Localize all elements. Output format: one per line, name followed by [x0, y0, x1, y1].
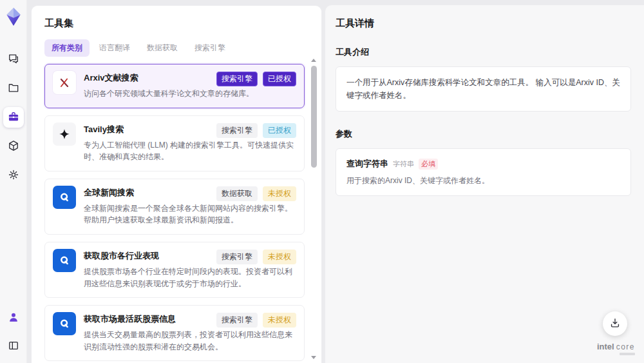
brand-sub-bar [620, 353, 635, 355]
tool-description: 全球新闻搜索是一个聚合全球各大新闻网站内容的搜索引擎。帮助用户快速获取全球最新资… [84, 202, 296, 226]
sidebar-nav [3, 49, 24, 186]
auth-status-badge: 已授权 [263, 72, 296, 86]
tool-card-1[interactable]: Arxiv文献搜索访问各个研究领域大量科学论文和文章的存储库。搜索引擎已授权 [44, 64, 305, 108]
list-scrollbar[interactable] [311, 57, 317, 360]
tool-badges: 搜索引擎已授权 [216, 123, 296, 138]
panel-toggle-icon [7, 339, 20, 354]
toolbox-icon [7, 110, 20, 125]
tab-category-3[interactable]: 数据获取 [140, 39, 185, 57]
auth-status-badge: 未授权 [263, 313, 296, 328]
tab-category-4[interactable]: 搜索引擎 [187, 39, 232, 57]
auth-status-badge: 未授权 [263, 186, 296, 201]
category-badge: 搜索引擎 [216, 72, 258, 86]
scroll-up-arrow-icon[interactable] [311, 59, 316, 62]
sidebar-item-files[interactable] [3, 78, 24, 99]
settings-gear-icon [7, 168, 20, 183]
active-stocks-logo-icon [53, 312, 76, 335]
category-badge: 搜索引擎 [216, 123, 258, 138]
sidebar-item-settings[interactable] [3, 165, 24, 186]
tool-card-3[interactable]: 全球新闻搜索全球新闻搜索是一个聚合全球各大新闻网站内容的搜索引擎。帮助用户快速获… [44, 179, 305, 235]
param-card: 查询字符串字符串必填用于搜索的Arxiv ID、关键字或作者姓名。 [336, 148, 631, 196]
params-list: 查询字符串字符串必填用于搜索的Arxiv ID、关键字或作者姓名。 [336, 148, 631, 196]
tool-badges: 搜索引擎已授权 [216, 72, 296, 86]
scrollbar-thumb[interactable] [311, 66, 317, 168]
tool-card-5[interactable]: 获取市场最活跃股票信息提供当天交易量最高的股票列表，投资者可以利用这些信息来识别… [44, 305, 305, 361]
tool-card-2[interactable]: Tavily搜索专为人工智能代理 (LLM) 构建的搜索引擎工具。可快速提供实时… [44, 115, 305, 172]
page-title: 工具集 [44, 17, 305, 30]
details-panel: 工具详情 工具介绍 一个用于从Arxiv存储库搜索科学论文和文章的工具。 输入可… [325, 5, 644, 363]
category-badge: 数据获取 [216, 186, 258, 201]
tool-description: 专为人工智能代理 (LLM) 构建的搜索引擎工具。可快速提供实时、准确和真实的结… [84, 139, 296, 163]
sidebar-item-chat[interactable] [3, 49, 24, 70]
tab-category-2[interactable]: 语言翻译 [92, 39, 137, 57]
intro-heading: 工具介绍 [336, 46, 631, 58]
category-tabs: 所有类别语言翻译数据获取搜索引擎 [44, 39, 305, 57]
user-avatar-icon [7, 311, 20, 326]
params-heading: 参数 [336, 128, 631, 140]
param-required-badge: 必填 [419, 159, 438, 170]
tools-panel: 工具集 所有类别语言翻译数据获取搜索引擎 Arxiv文献搜索访问各个研究领域大量… [31, 5, 322, 363]
brand-intel-text: intel [597, 342, 614, 351]
auth-status-badge: 已授权 [263, 123, 296, 138]
sidebar-item-account[interactable] [3, 308, 24, 328]
stock-sector-logo-icon [53, 249, 76, 272]
details-title: 工具详情 [336, 17, 631, 30]
chat-icon [7, 52, 20, 67]
brand-core-text: core [616, 342, 635, 351]
sidebar [0, 0, 27, 363]
category-badge: 搜索引擎 [216, 313, 258, 328]
tool-description: 提供当天交易量最高的股票列表，投资者可以利用这些信息来识别流动性强的股票和潜在的… [84, 329, 296, 353]
sidebar-bottom [3, 308, 24, 357]
app-logo-icon [5, 6, 23, 27]
package-icon [7, 139, 20, 154]
tool-badges: 搜索引擎未授权 [216, 250, 296, 264]
global-news-logo-icon [53, 186, 76, 209]
tool-badges: 数据获取未授权 [216, 186, 296, 201]
folder-icon [7, 81, 20, 96]
sidebar-item-collapse[interactable] [3, 336, 24, 357]
arxiv-logo-icon [53, 71, 76, 94]
tool-description: 访问各个研究领域大量科学论文和文章的存储库。 [84, 88, 296, 100]
sidebar-item-packages[interactable] [3, 136, 24, 157]
param-name: 查询字符串 [346, 158, 388, 170]
param-type: 字符串 [393, 159, 414, 169]
tool-card-4[interactable]: 获取股市各行业表现提供股票市场各个行业在特定时间段内的表现。投资者可以利用这些信… [44, 242, 305, 298]
param-header-row: 查询字符串字符串必填 [346, 158, 620, 170]
tool-description: 提供股票市场各个行业在特定时间段内的表现。投资者可以利用这些信息来识别表现优于或… [84, 266, 296, 289]
intel-core-logo: intel core [597, 342, 635, 355]
tool-list: Arxiv文献搜索访问各个研究领域大量科学论文和文章的存储库。搜索引擎已授权Ta… [44, 64, 305, 363]
tavily-logo-icon [53, 123, 76, 146]
category-badge: 搜索引擎 [216, 250, 258, 264]
auth-status-badge: 未授权 [263, 250, 296, 264]
tab-category-1[interactable]: 所有类别 [44, 39, 90, 57]
tool-badges: 搜索引擎未授权 [216, 313, 296, 328]
sidebar-item-tools[interactable] [3, 107, 24, 128]
tool-intro-text: 一个用于从Arxiv存储库搜索科学论文和文章的工具。 输入可以是Arxiv ID… [336, 66, 631, 112]
scroll-down-arrow-icon[interactable] [311, 356, 316, 359]
param-description: 用于搜索的Arxiv ID、关键字或作者姓名。 [346, 175, 620, 186]
download-button[interactable] [603, 311, 627, 336]
download-icon [609, 317, 621, 331]
